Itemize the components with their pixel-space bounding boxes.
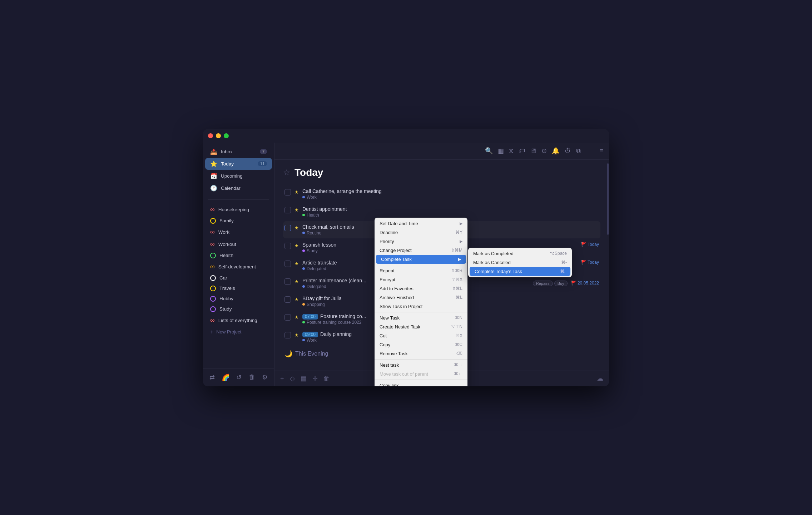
new-project-button[interactable]: + New Project	[205, 327, 272, 337]
sidebar-item-housekeeping[interactable]: ∞ Housekeeping	[205, 204, 272, 216]
ctx-add-favorites[interactable]: Add to Favorites ⇧⌘L	[375, 284, 467, 293]
scrollbar-thumb[interactable]	[607, 163, 609, 235]
maximize-button[interactable]	[224, 133, 229, 138]
car-label: Car	[219, 275, 227, 281]
ctx-nest-task[interactable]: Nest task ⌘→	[375, 361, 467, 370]
shuffle-icon[interactable]: ⇄	[207, 371, 217, 383]
sidebar-item-calendar[interactable]: 🕐 Calendar	[205, 182, 272, 194]
ctx-copy[interactable]: Copy ⌘C	[375, 340, 467, 349]
task-checkbox-1[interactable]	[284, 189, 291, 195]
ctx-shortcut-new-task: ⌘N	[455, 315, 462, 320]
ctx-new-task[interactable]: New Task ⌘N	[375, 313, 467, 322]
task-checkbox-2[interactable]	[284, 207, 291, 213]
sidebar-item-today[interactable]: ⭐ Today 11	[205, 158, 272, 170]
filter-icon[interactable]: ⧖	[509, 147, 514, 155]
sidebar-item-health[interactable]: Health	[205, 251, 272, 261]
ctx-label-nested-task: Create Nested Task	[380, 324, 448, 330]
ctx-label-deadline: Deadline	[380, 230, 452, 235]
ctx-change-project[interactable]: Change Project ⇧⌘M	[375, 246, 467, 255]
task-checkbox-8[interactable]	[284, 314, 291, 321]
chip-buy: Buy	[554, 281, 568, 286]
ctx-show-project[interactable]: Show Task in Project	[375, 302, 467, 311]
sidebar-item-family[interactable]: Family	[205, 216, 272, 226]
sidebar-item-lists[interactable]: ∞ Lists of everything	[205, 315, 272, 326]
ctx-nested-task[interactable]: Create Nested Task ⌥⇧N	[375, 322, 467, 331]
sidebar-item-workout[interactable]: ∞ Workout	[205, 238, 272, 250]
ctx-complete-task[interactable]: Complete Task ▶	[376, 255, 466, 264]
housekeeping-icon: ∞	[210, 206, 215, 213]
sidebar-item-inbox[interactable]: 📥 Inbox 7	[205, 146, 272, 158]
minimize-button[interactable]	[216, 133, 221, 138]
task-checkbox-5[interactable]	[284, 261, 291, 267]
task-checkbox-9[interactable]	[284, 332, 291, 338]
search-icon[interactable]: 🔍	[485, 147, 493, 155]
task-star-3: ★	[294, 225, 299, 231]
ctx-mark-completed[interactable]: Mark as Completed ⌥Space	[468, 249, 572, 258]
task-body-2: Dentist appointment Health	[302, 206, 599, 218]
inbox-icon: 📥	[210, 148, 217, 155]
sidebar-item-travels[interactable]: Travels	[205, 283, 272, 293]
monitor-icon[interactable]: 🖥	[530, 147, 536, 155]
ctx-complete-todays-task[interactable]: Complete Today's Task ⌘.	[470, 267, 570, 276]
ctx-mark-canceled[interactable]: Mark as Canceled ⌘-	[468, 258, 572, 267]
context-submenu: Mark as Completed ⌥Space Mark as Cancele…	[468, 248, 572, 277]
scrollbar-area[interactable]	[607, 160, 609, 371]
table-row[interactable]: ★ Call Catherine, arrange the meeting Wo…	[283, 185, 600, 203]
chip-repairs: Repairs	[533, 281, 553, 286]
tag-icon[interactable]: 🏷	[519, 147, 525, 155]
task-star-1: ★	[294, 189, 299, 195]
task-star-2: ★	[294, 207, 299, 213]
sort-icon[interactable]: ≡	[599, 147, 603, 155]
today-star-icon[interactable]: ☆	[283, 168, 290, 177]
grid-calendar-icon[interactable]: ▦	[498, 147, 504, 155]
new-project-icon: +	[210, 329, 213, 335]
sidebar-item-hobby[interactable]: Hobby	[205, 294, 272, 304]
ctx-label-nest-task: Nest task	[380, 362, 451, 368]
move-icon[interactable]: ✛	[312, 375, 318, 382]
settings-icon[interactable]: ⚙	[260, 371, 270, 383]
layers-icon[interactable]: ⧉	[576, 147, 581, 155]
sidebar-item-self-dev[interactable]: ∞ Self-development	[205, 261, 272, 273]
ctx-remove-task[interactable]: Remove Task ⌫	[375, 349, 467, 358]
app-window: 📥 Inbox 7 ⭐ Today 11 📅 Upcoming 🕐	[203, 129, 609, 386]
task-checkbox-7[interactable]	[284, 296, 291, 303]
close-button[interactable]	[208, 133, 213, 138]
ctx-set-date-time[interactable]: Set Date and Time ▶	[375, 219, 467, 228]
ctx-shortcut-remove-task: ⌫	[456, 351, 462, 356]
history-icon[interactable]: ↺	[234, 371, 244, 383]
cloud-icon[interactable]: ☁	[597, 375, 603, 382]
ctx-shortcut-unnest-task: ⌘←	[454, 371, 462, 376]
trash-icon[interactable]: 🗑	[247, 371, 257, 383]
task-checkbox-3[interactable]	[284, 225, 291, 231]
today-icon: ⭐	[210, 160, 217, 167]
add-task-icon[interactable]: +	[280, 375, 284, 382]
bell-icon[interactable]: 🔔	[552, 147, 560, 155]
ctx-archive[interactable]: Archive Finished ⌘L	[375, 293, 467, 302]
focus-icon[interactable]: ⊙	[541, 147, 547, 155]
timer-icon[interactable]: ⏱	[565, 147, 571, 155]
ctx-deadline[interactable]: Deadline ⌘Y	[375, 228, 467, 237]
sidebar-item-study[interactable]: Study	[205, 304, 272, 314]
sidebar: 📥 Inbox 7 ⭐ Today 11 📅 Upcoming 🕐	[203, 143, 274, 386]
upcoming-icon: 📅	[210, 173, 217, 179]
ctx-cut[interactable]: Cut ⌘X	[375, 331, 467, 340]
diamond-icon[interactable]: ◇	[290, 375, 295, 382]
ctx-repeat[interactable]: Repeat ⇧⌘R	[375, 266, 467, 275]
ctx-copy-link[interactable]: Copy link	[375, 381, 467, 386]
sidebar-item-upcoming[interactable]: 📅 Upcoming	[205, 170, 272, 182]
rainbow-icon[interactable]: 🌈	[219, 371, 232, 383]
ctx-shortcut-archive: ⌘L	[456, 295, 462, 300]
sidebar-item-car[interactable]: Car	[205, 273, 272, 283]
tag-dot-7	[302, 303, 305, 306]
task-checkbox-4[interactable]	[284, 243, 291, 249]
tag-dot-9	[302, 339, 305, 341]
ctx-divider-3	[375, 359, 467, 360]
task-checkbox-6[interactable]	[284, 278, 291, 285]
ctx-shortcut-cut: ⌘X	[455, 333, 462, 338]
delete-icon[interactable]: 🗑	[323, 375, 330, 382]
sidebar-item-work[interactable]: ∞ Work	[205, 226, 272, 238]
ctx-encrypt[interactable]: Encrypt ⇧⌘X	[375, 275, 467, 284]
ctx-priority[interactable]: Priority ▶	[375, 237, 467, 246]
task-star-9: ★	[294, 332, 299, 338]
calendar-small-icon[interactable]: ▦	[301, 375, 307, 382]
